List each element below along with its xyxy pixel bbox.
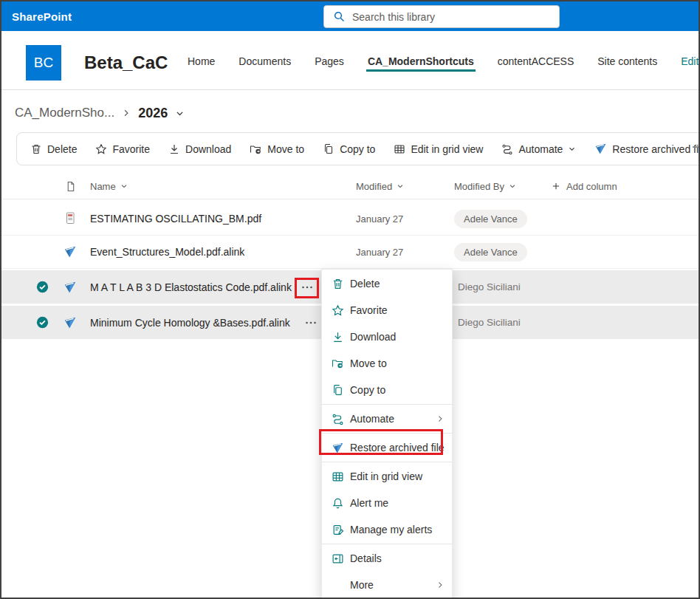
- search-icon: [333, 10, 346, 23]
- nav-item-ca-modernshortcuts[interactable]: CA_ModernShortcuts: [366, 49, 476, 72]
- selected-check-icon[interactable]: [36, 270, 49, 304]
- menu-item-automate[interactable]: Automate: [322, 405, 452, 432]
- modified-by-pill[interactable]: Adele Vance: [454, 202, 527, 235]
- menu-separator: [322, 433, 452, 434]
- restore-archived-file-label: Restore archived file: [612, 143, 700, 155]
- modified-by[interactable]: Diego Siciliani: [458, 306, 521, 339]
- ellipsis-icon[interactable]: [299, 280, 315, 295]
- star-icon: [332, 304, 344, 317]
- automate-label: Automate: [518, 143, 563, 155]
- alink-file-icon: [64, 270, 77, 304]
- nav-item-edit[interactable]: Edit: [679, 49, 700, 72]
- menu-item-copy-to[interactable]: Copy to: [322, 377, 452, 403]
- table-row[interactable]: Event_Structures_Model.pdf.alink January…: [1, 236, 699, 269]
- favorite-button[interactable]: Favorite: [95, 143, 150, 155]
- column-header-name[interactable]: Name: [90, 173, 128, 199]
- chevron-down-icon: [568, 145, 576, 153]
- file-type-column-icon[interactable]: [65, 173, 76, 199]
- nav-item-pages[interactable]: Pages: [313, 49, 346, 72]
- alink-file-icon: [64, 306, 77, 339]
- selected-check-icon[interactable]: [36, 306, 49, 339]
- table-row[interactable]: ESTIMATING OSCILLATING_BM.pdf January 27…: [1, 202, 699, 236]
- bell-icon: [332, 497, 344, 510]
- chevron-right-icon: [436, 581, 445, 589]
- nav-item-contentaccess[interactable]: contentACCESS: [496, 49, 576, 72]
- details-icon: [332, 552, 344, 565]
- paper-plane-icon: [332, 442, 344, 454]
- favorite-label: Favorite: [112, 143, 150, 155]
- breadcrumb: CA_ModernSho... 2026: [15, 100, 185, 126]
- download-icon: [332, 331, 344, 343]
- grid-icon: [332, 470, 344, 483]
- alink-file-icon: [64, 236, 77, 268]
- breadcrumb-current[interactable]: 2026: [138, 106, 168, 121]
- automate-icon: [501, 143, 513, 155]
- copy-icon: [323, 143, 334, 155]
- pdf-file-icon: [64, 202, 76, 235]
- modified-by[interactable]: Diego Siciliani: [458, 270, 521, 304]
- table-header: Name Modified Modified By Add column: [1, 173, 699, 199]
- automate-icon: [332, 413, 344, 425]
- menu-item-more[interactable]: More: [322, 572, 452, 598]
- toolbar-overflow-fragment: [693, 146, 699, 148]
- file-name[interactable]: M A T L A B 3 D Elastostatics Code.pdf.a…: [90, 270, 292, 304]
- file-name[interactable]: ESTIMATING OSCILLATING_BM.pdf: [90, 202, 261, 235]
- menu-item-edit-in-grid-view[interactable]: Edit in grid view: [322, 463, 452, 490]
- sharepoint-brand[interactable]: SharePoint: [12, 10, 72, 23]
- breadcrumb-separator-icon: [122, 109, 131, 117]
- ellipsis-icon[interactable]: [303, 315, 319, 330]
- download-button[interactable]: Download: [168, 143, 231, 155]
- move-to-icon: [250, 143, 262, 155]
- site-navigation: Home Documents Pages CA_ModernShortcuts …: [186, 31, 700, 90]
- chevron-down-icon[interactable]: [175, 109, 185, 118]
- edit-in-grid-view-label: Edit in grid view: [411, 143, 483, 155]
- menu-item-download[interactable]: Download: [322, 324, 452, 350]
- nav-item-home[interactable]: Home: [186, 49, 216, 72]
- menu-separator: [322, 544, 452, 544]
- row-more-actions-button[interactable]: [303, 306, 319, 339]
- menu-item-favorite[interactable]: Favorite: [322, 297, 452, 324]
- menu-item-details[interactable]: Details: [322, 545, 452, 572]
- file-name[interactable]: Minimum Cycle Homology &Bases.pdf.alink: [90, 306, 290, 339]
- copy-icon: [332, 384, 344, 397]
- automate-button[interactable]: Automate: [501, 143, 576, 155]
- modified-by-pill[interactable]: Adele Vance: [454, 236, 527, 268]
- search-box[interactable]: [323, 5, 560, 28]
- modified-date: January 27: [356, 236, 403, 268]
- download-label: Download: [185, 143, 231, 155]
- nav-item-documents[interactable]: Documents: [237, 49, 292, 72]
- suite-top-bar: SharePoint: [1, 1, 699, 31]
- command-bar: Delete Favorite Download Move to Copy to: [16, 132, 700, 165]
- file-name[interactable]: Event_Structures_Model.pdf.alink: [90, 236, 244, 268]
- grid-icon: [394, 143, 405, 155]
- move-to-button[interactable]: Move to: [250, 143, 304, 155]
- delete-button[interactable]: Delete: [30, 143, 77, 155]
- paper-plane-icon: [594, 143, 607, 155]
- column-header-modified[interactable]: Modified: [356, 173, 404, 199]
- breadcrumb-parent[interactable]: CA_ModernSho...: [15, 106, 114, 120]
- row-more-actions-button[interactable]: [299, 270, 315, 304]
- search-input[interactable]: [352, 11, 537, 23]
- download-icon: [168, 143, 180, 155]
- column-header-modified-by[interactable]: Modified By: [454, 173, 516, 199]
- menu-item-alert-me[interactable]: Alert me: [322, 490, 452, 516]
- move-to-icon: [332, 357, 344, 370]
- edit-in-grid-view-button[interactable]: Edit in grid view: [394, 143, 483, 155]
- trash-icon: [332, 278, 344, 290]
- add-column-button[interactable]: Add column: [552, 173, 617, 199]
- restore-archived-file-button[interactable]: Restore archived file: [594, 143, 700, 155]
- move-to-label: Move to: [267, 143, 304, 155]
- menu-item-move-to[interactable]: Move to: [322, 350, 452, 377]
- manage-alerts-icon: [332, 524, 344, 536]
- nav-item-site-contents[interactable]: Site contents: [596, 49, 659, 72]
- site-title[interactable]: Beta_CaC: [84, 52, 168, 73]
- menu-separator: [322, 404, 452, 405]
- menu-item-restore-archived-file[interactable]: Restore archived file: [322, 434, 452, 461]
- menu-item-manage-my-alerts[interactable]: Manage my alerts: [322, 516, 452, 543]
- star-icon: [95, 143, 107, 155]
- delete-label: Delete: [47, 143, 77, 155]
- menu-item-delete[interactable]: Delete: [322, 270, 452, 297]
- trash-icon: [30, 143, 42, 155]
- copy-to-button[interactable]: Copy to: [323, 143, 375, 155]
- site-logo[interactable]: BC: [26, 45, 61, 81]
